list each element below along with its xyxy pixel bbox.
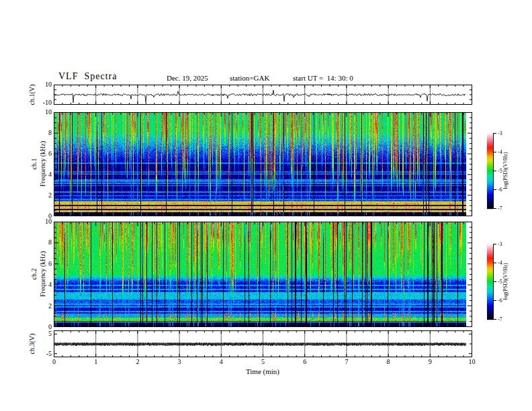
colorbar1-tick-label: -6 [498, 187, 511, 193]
colorbar2-tick-label: -5 [498, 279, 511, 285]
time-axis-tick-label: 5 [253, 359, 273, 365]
figure-title: VLF Spectra [58, 71, 117, 82]
spec1-freq-ylabel: Frequency (kHz) [40, 141, 46, 187]
colorbar2-tick-label: -6 [498, 298, 511, 304]
spec1-freq-tick-label: 8 [32, 130, 52, 136]
ch1-wave-tick-label: -10 [32, 99, 52, 106]
colorbar2-tick-label: -4 [498, 260, 511, 266]
colorbar2-tick-label: -7 [498, 316, 511, 322]
spec2-freq-tick-label: 4 [32, 281, 52, 288]
spec2-channel-label: ch.2 [31, 269, 38, 280]
time-axis-tick-label: 6 [295, 359, 315, 365]
date-label: Dec. 19, 2025 [167, 74, 208, 82]
colorbar1-tick-label: -3 [498, 130, 511, 136]
spec2-freq-ylabel: Frequency (kHz) [40, 251, 46, 297]
colorbar1-tick-label: -5 [498, 168, 511, 174]
ch3-tick-label: 5 [32, 330, 52, 337]
station-label: station=GAK [230, 74, 269, 82]
ch3-waveform-plot [54, 330, 472, 357]
ch1-wave-tick-label: 10 [32, 81, 52, 88]
time-axis-tick-label: 10 [462, 359, 482, 365]
spec1-freq-tick-label: 4 [32, 171, 52, 178]
time-axis-tick-label: 3 [169, 359, 189, 365]
spec1-freq-tick-label: 10 [32, 109, 52, 116]
time-axis-tick-label: 9 [420, 359, 440, 365]
spec2-freq-tick-label: 6 [32, 261, 52, 267]
ch1-waveform-plot [54, 85, 472, 105]
colorbar1-tick-label: -7 [498, 205, 511, 212]
colorbar2-tick-label: -3 [498, 241, 511, 247]
spec2-freq-tick-label: 10 [32, 218, 52, 225]
spec1-channel-label: ch.1 [31, 158, 38, 170]
ch3-tick-label: -5 [32, 351, 52, 357]
start-time-label: start UT = 14: 30: 0 [293, 74, 353, 82]
time-axis-title: Time (min) [226, 367, 300, 375]
vlf-spectra-figure: VLF Spectra Dec. 19, 2025 station=GAK st… [0, 0, 532, 411]
time-axis-tick-label: 4 [211, 359, 231, 365]
time-axis-tick-label: 8 [378, 359, 398, 365]
time-axis-tick-label: 2 [128, 359, 148, 365]
spec1-freq-tick-label: 6 [32, 150, 52, 157]
time-axis-tick-label: 7 [337, 359, 357, 365]
spec2-freq-tick-label: 2 [32, 303, 52, 310]
colorbar1-tick-label: -4 [498, 149, 511, 155]
ch2-spectrogram-plot [54, 222, 472, 327]
ch1-spectrogram-plot [54, 112, 472, 216]
spec1-freq-tick-label: 2 [32, 192, 52, 199]
time-axis-tick-label: 0 [44, 359, 64, 365]
time-axis-tick-label: 1 [86, 359, 106, 365]
spec2-freq-tick-label: 8 [32, 239, 52, 246]
